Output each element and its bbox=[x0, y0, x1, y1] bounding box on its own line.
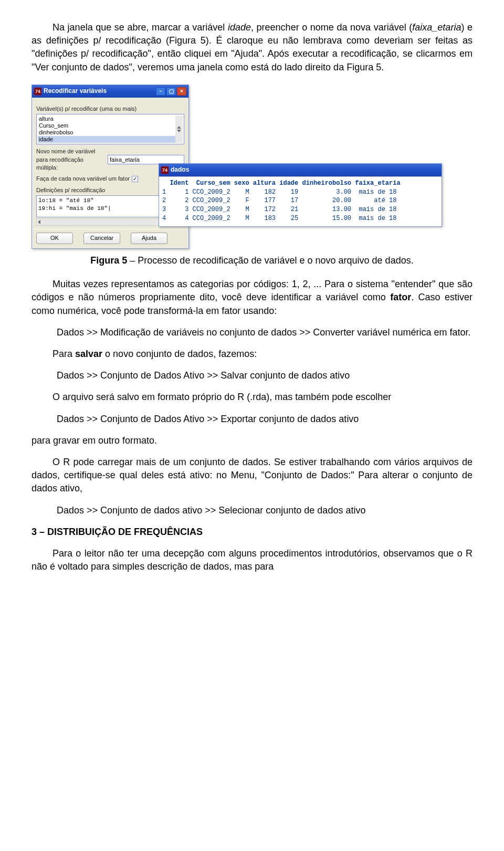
caption-text: – Processo de recodificação de variável … bbox=[127, 255, 413, 266]
table-row: 2 2 CCO_2009_2 F 177 17 20.00 até 18 bbox=[162, 196, 438, 205]
scroll-up-icon[interactable] bbox=[177, 126, 181, 129]
label-factor: Faça de cada nova variável um fator bbox=[36, 175, 130, 183]
table-row: 3 3 CCO_2009_2 M 172 21 13.00 mais de 18 bbox=[162, 205, 438, 214]
window-title: dados bbox=[171, 165, 439, 174]
data-grid: Ident Curso_sem sexo altura idade dinhei… bbox=[159, 176, 442, 226]
section-heading: 3 – DISTRIBUIÇÃO DE FREQUÊNCIAS bbox=[32, 526, 472, 539]
text: Dados >> Conjunto de dados ativo >> Sele… bbox=[57, 504, 365, 517]
minimize-button[interactable]: – bbox=[156, 87, 165, 96]
para-categorias: Muitas vezes representamos as categorias… bbox=[32, 278, 472, 318]
scroll-down-icon[interactable] bbox=[177, 130, 181, 132]
figure-5: 74 Recodificar variáveis – ▢ × Variável(… bbox=[32, 85, 472, 268]
dados-window: 74 dados Ident Curso_sem sexo altura ida… bbox=[159, 163, 442, 227]
para-intro: Na janela que se abre, marcar a variável… bbox=[32, 21, 472, 74]
cancel-button[interactable]: Cancelar bbox=[83, 233, 120, 244]
caption-label: Figura 5 bbox=[90, 255, 127, 266]
list-item: Dados >> Conjunto de Dados Ativo >> Expo… bbox=[32, 413, 472, 426]
figure-caption: Figura 5 – Processo de recodificação de … bbox=[32, 254, 472, 267]
list-item-selected[interactable]: idade bbox=[38, 136, 175, 143]
text: Dados >> Conjunto de Dados Ativo >> Expo… bbox=[57, 413, 359, 426]
list-item: Dados >> Conjunto de Dados Ativo >> Salv… bbox=[32, 369, 472, 382]
titlebar[interactable]: 74 Recodificar variáveis – ▢ × bbox=[32, 85, 188, 98]
ok-button[interactable]: OK bbox=[36, 233, 73, 244]
list-item[interactable]: Curso_sem bbox=[38, 122, 175, 129]
table-row: 1 1 CCO_2009_2 M 182 19 3.00 mais de 18 bbox=[162, 188, 438, 197]
text: Dados >> Conjunto de Dados Ativo >> Salv… bbox=[57, 369, 350, 382]
para-salvar: Para salvar o novo conjunto de dados, fa… bbox=[32, 348, 472, 361]
italic: faixa_etaria bbox=[412, 22, 461, 33]
text: , preencher o nome da nova variável ( bbox=[251, 22, 412, 33]
para-frequencias: Para o leitor não ter uma decepção com a… bbox=[32, 547, 472, 573]
label-newname: Novo nome de variável para recodificação… bbox=[36, 148, 106, 172]
text: Dados >> Modificação de variáveis no con… bbox=[57, 326, 470, 339]
para-multi-dados: O R pode carregar mais de um conjunto de… bbox=[32, 456, 472, 496]
list-item[interactable]: altura bbox=[38, 115, 175, 122]
text: o novo conjunto de dados, fazemos: bbox=[102, 349, 257, 359]
text: Na janela que se abre, marcar a variável bbox=[52, 22, 228, 33]
app-icon: 74 bbox=[161, 166, 169, 174]
window-title: Recodificar variáveis bbox=[44, 87, 156, 96]
scroll-left-icon[interactable] bbox=[38, 220, 40, 224]
list-item: Dados >> Modificação de variáveis no con… bbox=[32, 326, 472, 339]
para-rda: O arquivo será salvo em formato próprio … bbox=[32, 391, 472, 404]
text: Para bbox=[52, 349, 75, 359]
list-item[interactable]: dinheirobolso bbox=[38, 129, 175, 136]
help-button[interactable]: Ajuda bbox=[131, 233, 167, 244]
maximize-button[interactable]: ▢ bbox=[166, 87, 176, 96]
variables-listbox[interactable]: altura Curso_sem dinheirobolso idade bbox=[36, 114, 184, 144]
label-variables: Variável(s) p/ recodificar (uma ou mais) bbox=[36, 105, 184, 113]
list-item: Dados >> Conjunto de dados ativo >> Sele… bbox=[32, 504, 472, 517]
italic: idade bbox=[228, 22, 251, 33]
titlebar[interactable]: 74 dados bbox=[159, 164, 442, 176]
table-row: 4 4 CCO_2009_2 M 183 25 15.00 mais de 18 bbox=[162, 214, 438, 223]
bold: fator bbox=[390, 292, 411, 302]
app-icon: 74 bbox=[34, 88, 41, 95]
scrollbar[interactable] bbox=[175, 115, 183, 143]
bold: salvar bbox=[75, 349, 102, 359]
close-button[interactable]: × bbox=[177, 87, 186, 96]
factor-checkbox[interactable] bbox=[132, 176, 138, 182]
para-outro-formato: para gravar em outro formato. bbox=[32, 434, 472, 447]
table-header: Ident Curso_sem sexo altura idade dinhei… bbox=[162, 179, 438, 188]
